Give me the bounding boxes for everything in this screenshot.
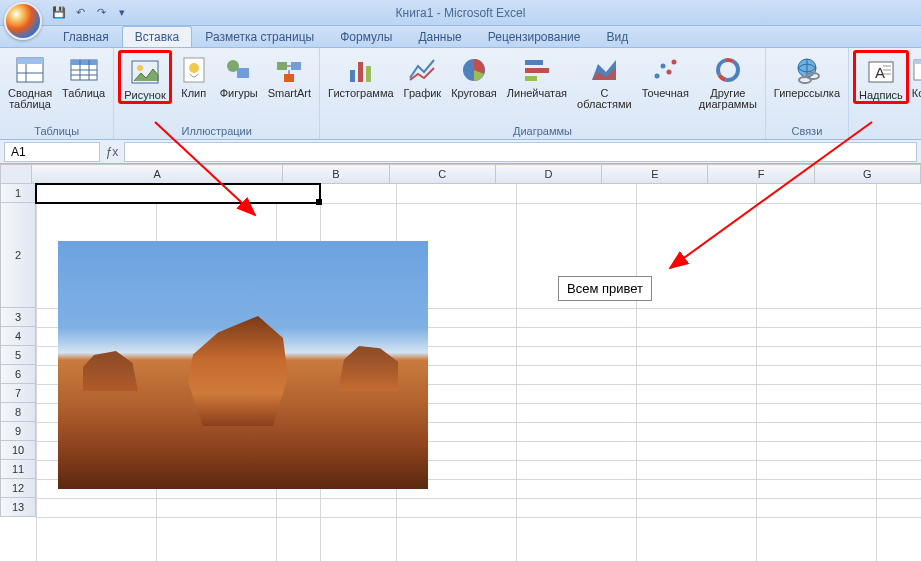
table-icon	[68, 54, 100, 86]
table-button[interactable]: Таблица	[58, 50, 109, 100]
hyperlink-button[interactable]: Гиперссылка	[770, 50, 844, 100]
col-header-c[interactable]: C	[390, 164, 496, 184]
clip-label: Клип	[181, 88, 206, 99]
hyperlink-label: Гиперссылка	[774, 88, 840, 99]
row-header-9[interactable]: 9	[0, 422, 36, 441]
svg-rect-18	[284, 74, 294, 82]
pivot-table-label: Сводная таблица	[8, 88, 52, 110]
picture-icon	[129, 56, 161, 88]
shapes-button[interactable]: Фигуры	[216, 50, 262, 100]
qat-dropdown-icon[interactable]: ▾	[113, 4, 131, 22]
textbox-text: Всем привет	[567, 281, 643, 296]
svg-rect-1	[17, 58, 43, 64]
row-header-6[interactable]: 6	[0, 365, 36, 384]
col-header-f[interactable]: F	[708, 164, 814, 184]
row-header-8[interactable]: 8	[0, 403, 36, 422]
formula-input[interactable]	[124, 142, 917, 162]
svg-point-33	[672, 60, 677, 65]
row-header-10[interactable]: 10	[0, 441, 36, 460]
pie-chart-label: Круговая	[451, 88, 497, 99]
pivot-table-button[interactable]: Сводная таблица	[4, 50, 56, 111]
other-charts-button[interactable]: Другие диаграммы	[695, 50, 761, 111]
svg-text:A: A	[875, 64, 885, 81]
undo-icon[interactable]: ↶	[71, 4, 89, 22]
svg-rect-22	[358, 62, 363, 82]
row-header-5[interactable]: 5	[0, 346, 36, 365]
group-text: A Надпись Кол	[849, 48, 921, 139]
name-box[interactable]: A1	[4, 142, 100, 162]
fill-handle[interactable]	[316, 199, 322, 205]
other-charts-label: Другие диаграммы	[699, 88, 757, 110]
office-button[interactable]	[4, 2, 42, 40]
line-chart-button[interactable]: График	[400, 50, 446, 100]
tab-insert[interactable]: Вставка	[122, 26, 193, 47]
select-all-corner[interactable]	[0, 164, 32, 184]
svg-rect-21	[350, 70, 355, 82]
tab-view[interactable]: Вид	[593, 26, 641, 47]
active-cell-a1[interactable]	[35, 183, 321, 204]
tab-home[interactable]: Главная	[50, 26, 122, 47]
smartart-button[interactable]: SmartArt	[264, 50, 315, 100]
picture-button[interactable]: Рисунок	[118, 50, 172, 104]
row-header-1[interactable]: 1	[0, 184, 36, 203]
column-chart-button[interactable]: Гистограмма	[324, 50, 398, 100]
tab-data[interactable]: Данные	[405, 26, 474, 47]
area-chart-button[interactable]: С областями	[573, 50, 636, 111]
header-footer-button[interactable]: Кол	[911, 50, 921, 100]
svg-point-38	[799, 77, 811, 83]
svg-point-31	[661, 64, 666, 69]
col-header-b[interactable]: B	[283, 164, 389, 184]
group-charts-label: Диаграммы	[324, 123, 761, 139]
pie-chart-button[interactable]: Круговая	[447, 50, 501, 100]
col-header-d[interactable]: D	[496, 164, 602, 184]
group-tables-label: Таблицы	[4, 123, 109, 139]
row-header-3[interactable]: 3	[0, 308, 36, 327]
svg-rect-45	[914, 60, 921, 64]
cells-area[interactable]: Всем привет	[36, 184, 921, 561]
row-header-2[interactable]: 2	[0, 203, 36, 308]
row-header-11[interactable]: 11	[0, 460, 36, 479]
row-header-13[interactable]: 13	[0, 498, 36, 517]
svg-rect-16	[277, 62, 287, 70]
clip-icon	[178, 54, 210, 86]
svg-rect-15	[237, 68, 249, 78]
svg-point-32	[667, 70, 672, 75]
col-header-a[interactable]: A	[32, 164, 283, 184]
inserted-textbox[interactable]: Всем привет	[558, 276, 652, 301]
pie-chart-icon	[458, 54, 490, 86]
tab-formulas[interactable]: Формулы	[327, 26, 405, 47]
inserted-picture[interactable]	[58, 241, 428, 489]
clip-button[interactable]: Клип	[174, 50, 214, 100]
group-links: Гиперссылка Связи	[766, 48, 849, 139]
textbox-button[interactable]: A Надпись	[853, 50, 909, 104]
scatter-chart-button[interactable]: Точечная	[638, 50, 693, 100]
line-chart-icon	[406, 54, 438, 86]
tab-review[interactable]: Рецензирование	[475, 26, 594, 47]
row-header-4[interactable]: 4	[0, 327, 36, 346]
col-header-e[interactable]: E	[602, 164, 708, 184]
column-chart-label: Гистограмма	[328, 88, 394, 99]
bar-chart-label: Линейчатая	[507, 88, 567, 99]
worksheet-grid: A B C D E F G 1 2 3 4 5 6 7 8 9 10 11 12…	[0, 164, 921, 561]
fx-icon[interactable]: ƒx	[100, 145, 124, 159]
tab-page-layout[interactable]: Разметка страницы	[192, 26, 327, 47]
svg-rect-5	[71, 60, 97, 65]
group-illustrations: Рисунок Клип Фигуры SmartArt Иллюстрации	[114, 48, 320, 139]
quick-access-toolbar: 💾 ↶ ↷ ▾	[50, 4, 131, 22]
pivot-table-icon	[14, 54, 46, 86]
group-text-label	[853, 123, 921, 139]
bar-chart-button[interactable]: Линейчатая	[503, 50, 571, 100]
save-icon[interactable]: 💾	[50, 4, 68, 22]
textbox-icon: A	[865, 56, 897, 88]
other-charts-icon	[712, 54, 744, 86]
row-header-7[interactable]: 7	[0, 384, 36, 403]
svg-rect-17	[291, 62, 301, 70]
picture-label: Рисунок	[124, 90, 166, 101]
redo-icon[interactable]: ↷	[92, 4, 110, 22]
ribbon: Сводная таблица Таблица Таблицы Рисунок …	[0, 48, 921, 140]
group-links-label: Связи	[770, 123, 844, 139]
header-footer-icon	[913, 54, 921, 86]
col-header-g[interactable]: G	[815, 164, 921, 184]
row-header-12[interactable]: 12	[0, 479, 36, 498]
shapes-label: Фигуры	[220, 88, 258, 99]
